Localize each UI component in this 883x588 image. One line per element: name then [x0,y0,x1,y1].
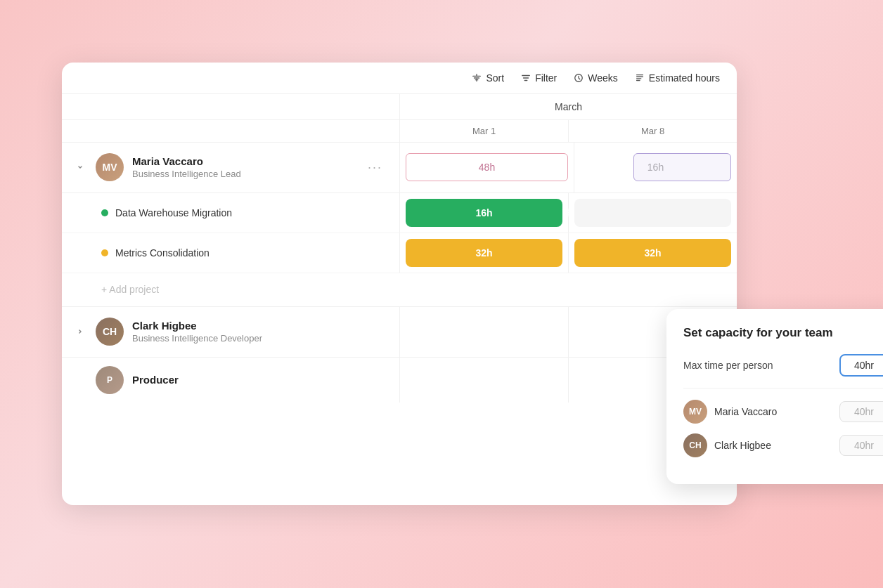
maria-hours-cells: 48h 16h [399,143,737,192]
capacity-person-row-maria: MV Maria Vaccaro [683,400,883,424]
project-name-metrics: Metrics Consolidation [115,247,210,259]
maria-week1-bar: 48h [406,153,568,181]
maria-role: Business Intelligence Lead [132,169,354,179]
filter-button[interactable]: Filter [521,72,557,84]
weeks-button[interactable]: Weeks [574,72,618,84]
cap-name-clark: Clark Higbee [714,440,771,451]
project-row-metrics: Metrics Consolidation 32h 32h [62,233,737,273]
cap-input-maria[interactable] [839,401,883,422]
week2-label: Mar 8 [568,120,737,142]
chevron-clark[interactable] [73,325,87,339]
chevron-producer[interactable] [73,373,87,387]
more-button-maria[interactable]: ··· [362,157,388,178]
cap-input-clark[interactable] [839,435,883,456]
metrics-week2-bar: 32h [574,239,731,267]
project-hours-metrics: 32h 32h [399,233,737,273]
max-time-input[interactable] [839,354,883,377]
person-details-clark: Clark Higbee Business Intelligence Devel… [132,320,388,344]
metrics-week1-hours: 32h [475,247,492,259]
maria-week1-hours: 48h [479,162,495,173]
metrics-week1-cell: 32h [399,233,568,273]
capacity-person-left-clark: CH Clark Higbee [683,433,771,457]
maria-week2-cell: 16h [574,143,737,192]
estimated-hours-button[interactable]: Estimated hours [635,72,720,84]
metrics-week2-hours: 32h [644,247,661,259]
capacity-person-left-maria: MV Maria Vaccaro [683,400,777,424]
chevron-maria[interactable] [73,160,87,174]
month-header: March [62,94,737,120]
dot-data-warehouse [101,209,108,216]
clark-week1-cell [399,307,568,357]
max-time-row: Max time per person [683,354,883,377]
cursor-icon: ☞ [561,204,575,222]
week1-label: Mar 1 [399,120,568,142]
maria-week2-bar [633,153,731,181]
clark-name: Clark Higbee [132,320,388,332]
metrics-week2-cell: 32h [568,233,737,273]
project-info-data-warehouse: Data Warehouse Migration [62,193,399,233]
data-warehouse-week1-hours: 16h [475,207,492,218]
data-warehouse-week2-empty [574,199,731,227]
person-details-maria: Maria Vaccaro Business Intelligence Lead [132,155,354,179]
week-header: Mar 1 Mar 8 [62,120,737,143]
estimated-hours-label: Estimated hours [649,72,720,84]
cap-avatar-clark: CH [683,433,707,457]
person-info-maria: MV Maria Vaccaro Business Intelligence L… [62,143,399,192]
project-name-data-warehouse: Data Warehouse Migration [115,207,232,218]
toolbar: Sort Filter Weeks Estimated hours [62,63,737,94]
sort-button[interactable]: Sort [472,72,504,84]
filter-label: Filter [535,72,557,84]
avatar-clark: CH [96,318,124,346]
capacity-person-row-clark: CH Clark Higbee [683,433,883,457]
maria-week1-cell: 48h [399,143,574,192]
person-row-clark: CH Clark Higbee Business Intelligence De… [62,307,737,358]
dot-metrics [101,249,108,256]
producer-week1-cell [399,358,568,403]
producer-name: Producer [132,374,388,386]
avatar-producer: P [96,366,124,394]
add-project-button[interactable]: + Add project [62,275,399,303]
max-time-label: Max time per person [683,360,773,371]
project-info-metrics: Metrics Consolidation [62,233,399,273]
person-row-producer: P Producer [62,358,737,403]
add-project-row[interactable]: + Add project [62,273,737,307]
main-panel: Sort Filter Weeks Estimated hours March [62,63,737,505]
sort-label: Sort [486,72,504,84]
metrics-week1-bar: 32h [406,239,562,267]
capacity-title: Set capacity for your team [683,326,883,340]
weeks-label: Weeks [588,72,618,84]
cap-avatar-maria: MV [683,400,707,424]
project-row-data-warehouse: Data Warehouse Migration 16h ☞ [62,193,737,233]
data-warehouse-week1-bar: 16h ☞ [406,199,562,227]
clark-role: Business Intelligence Developer [132,333,388,344]
capacity-popup: Set capacity for your team Max time per … [666,309,883,484]
person-info-clark: CH Clark Higbee Business Intelligence De… [62,307,399,357]
maria-name: Maria Vaccaro [132,155,354,167]
person-info-producer: P Producer [62,358,399,403]
project-hours-data-warehouse: 16h ☞ [399,193,737,233]
person-row-maria: MV Maria Vaccaro Business Intelligence L… [62,143,737,193]
avatar-maria: MV [96,153,124,181]
cap-name-maria: Maria Vaccaro [714,406,777,417]
data-warehouse-week1-cell: 16h ☞ [399,193,568,233]
person-details-producer: Producer [132,374,388,386]
data-warehouse-week2-cell [568,193,737,233]
month-label: March [399,94,737,119]
